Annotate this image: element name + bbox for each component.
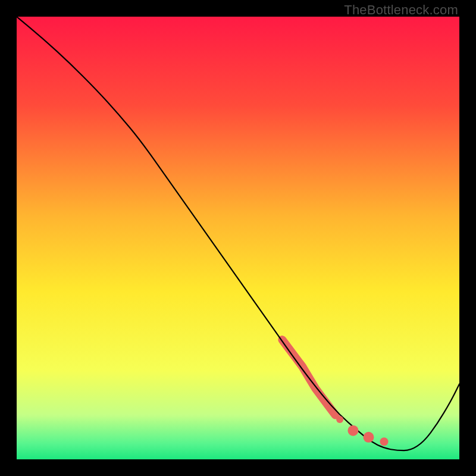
- watermark-text: TheBottleneck.com: [344, 2, 458, 18]
- data-point: [336, 416, 343, 423]
- data-point: [347, 425, 358, 436]
- bottleneck-chart: [17, 17, 459, 459]
- chart-frame: [17, 17, 459, 459]
- data-point: [380, 437, 389, 446]
- data-point: [363, 432, 374, 443]
- gradient-background: [17, 17, 459, 459]
